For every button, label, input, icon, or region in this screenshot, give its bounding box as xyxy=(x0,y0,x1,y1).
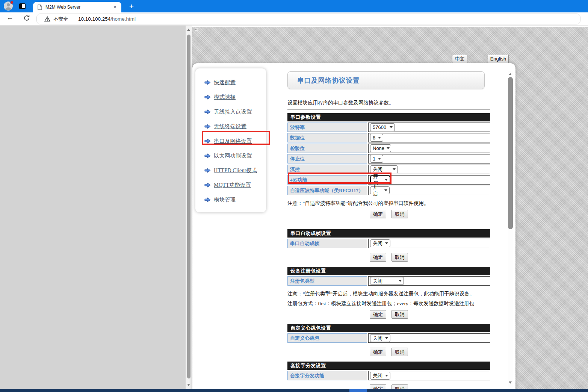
table-row-485-function: 485功能 开启 xyxy=(287,175,490,185)
chevron-down-icon xyxy=(390,126,393,128)
language-chinese-button[interactable]: 中文 xyxy=(452,55,467,63)
scroll-down-arrow[interactable] xyxy=(509,381,512,384)
rs485-function-select[interactable]: 开启 xyxy=(370,176,390,184)
main-content: 串口及网络协议设置 设置模块应用程序的串口参数及网络协议参数。 串口参数设置 波… xyxy=(287,63,490,392)
heartbeat-select[interactable]: 关闭 xyxy=(370,334,390,342)
row-value-cell: 开启 xyxy=(368,175,490,185)
auto-frame-select[interactable]: 关闭 xyxy=(370,239,390,247)
new-tab-button[interactable]: + xyxy=(127,2,136,12)
chevron-down-icon xyxy=(384,189,387,191)
table-header: 套接字分发设置 xyxy=(287,362,490,370)
data-bits-select[interactable]: 8 xyxy=(370,134,383,142)
sidebar-item-mqtt[interactable]: MQTT功能设置 xyxy=(195,178,266,192)
ok-button[interactable]: 确定 xyxy=(370,253,386,262)
arrow-icon xyxy=(204,124,211,129)
sidebar-item-label[interactable]: 串口及网络设置 xyxy=(214,138,252,145)
table-row-auto-frame: 串口自动成帧 关闭 xyxy=(287,239,490,248)
sidebar-item-serial-network[interactable]: 串口及网络设置 xyxy=(195,134,266,148)
tab-close-button[interactable]: × xyxy=(112,4,118,11)
browser-window: M2M Web Server × + ← 不安全 10.10.100.254 /… xyxy=(0,0,588,392)
sidebar-item-label[interactable]: HTTPD Client模式 xyxy=(214,167,257,174)
sidebar-item-module-mgmt[interactable]: 模块管理 xyxy=(195,192,266,207)
sidebar-item-label[interactable]: 以太网功能设置 xyxy=(214,152,252,159)
sidebar-item-label[interactable]: 模块管理 xyxy=(214,196,236,203)
notification-dot xyxy=(10,1,14,4)
sidebar-item-mode-select[interactable]: 模式选择 xyxy=(195,90,266,104)
ok-button[interactable]: 确定 xyxy=(370,348,386,356)
arrow-icon xyxy=(204,139,211,144)
chevron-down-icon xyxy=(387,147,390,149)
button-row: 确定 取消 xyxy=(287,310,490,319)
sidebar-item-wireless-ap[interactable]: 无线接入点设置 xyxy=(195,104,266,119)
row-label: 485功能 xyxy=(287,175,367,185)
tab-title: M2M Web Server xyxy=(45,5,112,10)
refresh-button[interactable] xyxy=(23,15,30,23)
divider xyxy=(287,109,490,110)
scrollbar-thumb[interactable] xyxy=(187,35,190,378)
baud-rate-select[interactable]: 57600 xyxy=(370,123,395,131)
row-label: 检验位 xyxy=(287,144,367,153)
sidebar-item-wireless-sta[interactable]: 无线终端设置 xyxy=(195,119,266,134)
cancel-button[interactable]: 取消 xyxy=(391,348,408,356)
address-divider xyxy=(73,16,73,22)
row-value-cell: 关闭 xyxy=(368,239,490,248)
register-type-select[interactable]: 关闭 xyxy=(370,277,404,285)
ok-button[interactable]: 确定 xyxy=(370,310,386,319)
sidebar-item-httpd-client[interactable]: HTTPD Client模式 xyxy=(195,163,266,178)
left-frame xyxy=(0,26,186,392)
heartbeat-table: 自定义心跳包设置 自定义心跳包 关闭 xyxy=(287,324,490,343)
scroll-down-arrow[interactable] xyxy=(187,384,190,386)
table-row-socket-dispatch: 套接字分发功能 关闭 xyxy=(287,371,490,380)
table-row-adaptive-baud: 自适应波特率功能（类RFC2117） 开启 xyxy=(287,186,490,195)
scrollbar-thumb[interactable] xyxy=(508,77,513,229)
cancel-button[interactable]: 取消 xyxy=(391,210,408,218)
flow-control-select[interactable]: 关闭 xyxy=(370,165,398,173)
row-label: 流控 xyxy=(287,165,367,174)
parity-select[interactable]: None xyxy=(370,144,391,152)
socket-dispatch-select[interactable]: 关闭 xyxy=(370,372,390,380)
chevron-down-icon xyxy=(385,242,388,244)
table-row-stop-bits: 停止位 1 xyxy=(287,154,490,163)
browser-tab[interactable]: M2M Web Server × xyxy=(33,2,121,12)
address-bar[interactable]: 不安全 10.10.100.254 /home.html xyxy=(36,14,580,24)
adaptive-baud-select[interactable]: 开启 xyxy=(370,186,390,194)
content-vertical-scrollbar[interactable] xyxy=(508,71,513,389)
back-button[interactable]: ← xyxy=(6,14,14,22)
tab-preview-icon[interactable] xyxy=(19,3,26,9)
sidebar-item-label[interactable]: 模式选择 xyxy=(214,94,236,101)
row-label: 波特率 xyxy=(287,123,367,132)
row-label: 数据位 xyxy=(287,133,367,142)
sidebar-item-label[interactable]: 快速配置 xyxy=(214,79,236,86)
horizontal-scrollbar-thumb[interactable] xyxy=(349,389,367,392)
chevron-down-icon xyxy=(393,168,396,170)
cancel-button[interactable]: 取消 xyxy=(391,253,408,262)
chevron-down-icon xyxy=(378,158,381,160)
table-header: 设备注册包设置 xyxy=(287,267,490,275)
page-vertical-scrollbar[interactable] xyxy=(186,26,192,389)
scroll-up-arrow[interactable] xyxy=(187,29,190,31)
sidebar-item-label[interactable]: MQTT功能设置 xyxy=(214,182,251,189)
sidebar-item-label[interactable]: 无线终端设置 xyxy=(214,123,246,130)
arrow-icon xyxy=(204,109,211,114)
page-icon xyxy=(38,5,42,10)
security-warning-label: 不安全 xyxy=(53,16,68,23)
button-row: 确定 取消 xyxy=(287,210,490,218)
sidebar-item-label[interactable]: 无线接入点设置 xyxy=(214,108,252,115)
stop-bits-select[interactable]: 1 xyxy=(370,155,383,163)
sidebar-item-quick-config[interactable]: 快速配置 xyxy=(195,75,266,90)
warning-icon xyxy=(44,16,50,22)
row-label: 停止位 xyxy=(287,154,367,163)
row-label: 自定义心跳包 xyxy=(287,333,367,343)
language-english-button[interactable]: English xyxy=(488,55,509,63)
horizontal-scrollbar[interactable] xyxy=(0,389,588,392)
table-row-baud-rate: 波特率 57600 xyxy=(287,123,490,132)
page-description: 设置模块应用程序的串口参数及网络协议参数。 xyxy=(287,100,490,106)
url-host: 10.10.100.254 xyxy=(78,16,110,22)
ok-button[interactable]: 确定 xyxy=(370,210,386,218)
cancel-button[interactable]: 取消 xyxy=(391,310,408,319)
serial-params-note: 注意：“自适应波特率功能”请配合我公司的虚拟串口软件使用。 xyxy=(287,200,490,207)
scroll-up-arrow[interactable] xyxy=(509,73,512,75)
sidebar-item-ethernet[interactable]: 以太网功能设置 xyxy=(195,148,266,163)
content-frame: 中文 English 快速配置 模式选择 无线接入点设置 xyxy=(192,26,588,392)
arrow-icon xyxy=(204,168,211,173)
